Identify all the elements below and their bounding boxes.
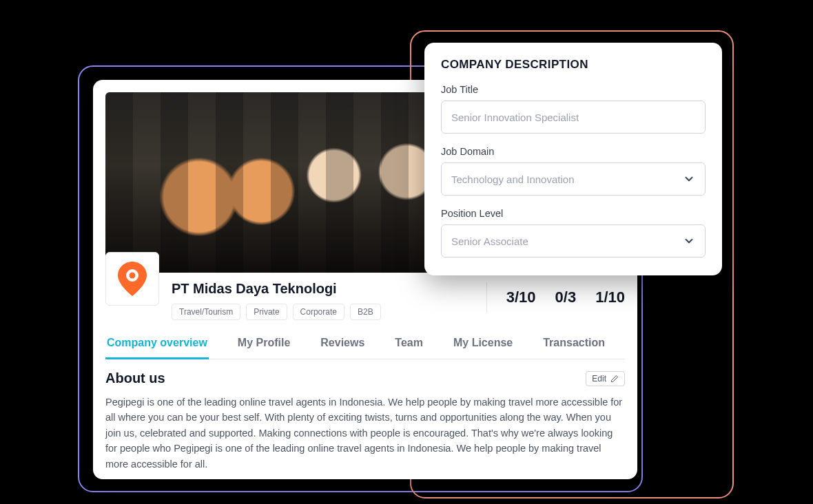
pencil-icon (610, 375, 619, 383)
chevron-down-icon (683, 235, 695, 247)
position-level-value: Senior Associate (451, 235, 528, 247)
chevron-down-icon (683, 173, 695, 185)
company-description-panel: COMPANY DESCRIPTION Job Title Job Domain… (424, 43, 722, 275)
tab-transaction[interactable]: Transaction (542, 337, 606, 359)
position-level-field: Position Level Senior Associate (441, 208, 706, 258)
company-tag: Private (246, 304, 287, 320)
job-title-input[interactable] (451, 112, 695, 123)
company-logo (105, 252, 159, 306)
edit-button-label: Edit (592, 374, 606, 384)
profile-header: PT Midas Daya Teknologi Travel/Tourism P… (105, 273, 625, 320)
tab-bar: Company overview My Profile Reviews Team… (105, 337, 625, 359)
stats-divider (486, 282, 487, 313)
map-pin-icon (118, 262, 147, 296)
job-title-field: Job Title (441, 84, 706, 134)
job-domain-field: Job Domain Technology and Innovation (441, 146, 706, 196)
svg-point-1 (130, 273, 136, 279)
position-level-select[interactable]: Senior Associate (441, 224, 706, 258)
company-tag: Travel/Tourism (172, 304, 240, 320)
about-head: About us Edit (105, 370, 625, 386)
about-title: About us (105, 370, 165, 386)
stat-value: 0/3 (555, 288, 577, 306)
position-level-label: Position Level (441, 208, 706, 219)
job-title-label: Job Title (441, 84, 706, 95)
tab-my-profile[interactable]: My Profile (236, 337, 291, 359)
company-tag: Corporate (293, 304, 344, 320)
stats-row: 3/10 0/3 1/10 (486, 282, 625, 313)
panel-title: COMPANY DESCRIPTION (441, 58, 706, 72)
job-domain-value: Technology and Innovation (451, 174, 574, 185)
job-domain-label: Job Domain (441, 146, 706, 157)
tab-team[interactable]: Team (393, 337, 424, 359)
stat-value: 1/10 (595, 288, 625, 306)
about-section: About us Edit Pegipegi is one of the lea… (105, 370, 625, 472)
tab-my-license[interactable]: My License (452, 337, 514, 359)
job-domain-select[interactable]: Technology and Innovation (441, 162, 706, 196)
about-body: Pegipegi is one of the leading online tr… (105, 395, 625, 472)
edit-button[interactable]: Edit (586, 371, 625, 386)
job-title-input-wrapper (441, 101, 706, 134)
stat-value: 3/10 (506, 288, 536, 306)
tab-company-overview[interactable]: Company overview (105, 337, 209, 359)
company-tag: B2B (350, 304, 381, 320)
tab-reviews[interactable]: Reviews (319, 337, 366, 359)
